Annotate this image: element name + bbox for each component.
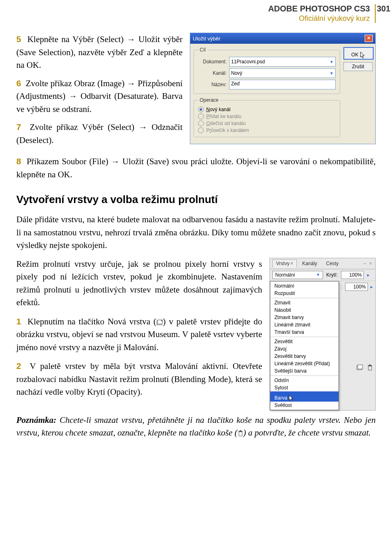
menu-item[interactable]: Lineárně ztmavit xyxy=(270,321,339,328)
cursor-icon xyxy=(360,51,366,59)
radio-subtract-from-channel[interactable]: Odečíst od kanálu xyxy=(198,121,336,126)
step-8: 8 Příkazem Soubor (File) → Uložit (Save)… xyxy=(16,155,376,181)
operation-fieldset: Operace Nový kanál Přidat ke kanálu Odeč… xyxy=(194,97,340,137)
channel-label: Kanál: xyxy=(198,70,227,76)
menu-item[interactable]: Sytost xyxy=(270,384,339,391)
trash-icon xyxy=(238,430,243,437)
step-2: 2 V paletě vrstev by měla být vrstva Mal… xyxy=(16,360,262,399)
note-paragraph: Poznámka: Chcete-li smazat vrstvu, přetá… xyxy=(16,414,376,440)
radio-add-to-channel[interactable]: Přidat ke kanálu xyxy=(198,114,336,119)
chevron-down-icon: ▼ xyxy=(316,273,320,277)
svg-rect-9 xyxy=(240,430,241,431)
step-7: 7 Zvolte příkaz Výběr (Select) → Odznači… xyxy=(16,121,183,147)
chevron-down-icon: ▼ xyxy=(330,60,334,64)
document-select[interactable]: 11Pracovni.psd▼ xyxy=(229,57,336,67)
close-icon[interactable]: × xyxy=(365,35,373,42)
tab-cesty[interactable]: Cesty xyxy=(323,259,343,268)
tab-kanaly[interactable]: Kanály xyxy=(298,259,321,268)
book-title: ADOBE PHOTOSHOP CS3 xyxy=(268,4,370,13)
book-subtitle: Oficiální výukový kurz xyxy=(16,14,370,23)
menu-item[interactable]: Ztmavit barvy xyxy=(270,314,339,321)
svg-rect-6 xyxy=(369,364,371,365)
menu-item[interactable]: Tmavší barva xyxy=(270,328,339,336)
radio-intersect-with-channel[interactable]: Průsečík s kanálem xyxy=(198,127,336,133)
menu-item[interactable]: Zesvětlit xyxy=(270,338,339,345)
layers-palette: Vrstvy× Kanály Cesty – × Normální▼ Krytí… xyxy=(270,258,376,411)
chevron-down-icon: ▼ xyxy=(330,71,334,76)
channel-select[interactable]: Nový▼ xyxy=(229,68,336,78)
dialog-title: Uložit výběr xyxy=(193,36,220,42)
svg-rect-4 xyxy=(368,366,372,370)
svg-rect-5 xyxy=(368,365,372,366)
target-fieldset: Cíl Dokument: 11Pracovni.psd▼ Kanál: Nov… xyxy=(194,47,340,94)
save-selection-dialog: Uložit výběr × Cíl Dokument: 11Pracovni.… xyxy=(190,33,376,144)
menu-item[interactable]: Ztmavit xyxy=(270,299,339,306)
menu-item[interactable]: Světlost xyxy=(270,402,339,409)
step-5: 5 Klepněte na Výběr (Select) → Uložit vý… xyxy=(16,33,183,72)
new-layer-icon xyxy=(156,319,163,325)
page-header: ADOBE PHOTOSHOP CS3 301 Oficiální výukov… xyxy=(16,4,376,23)
menu-item[interactable]: Normální xyxy=(270,282,339,290)
menu-item[interactable]: Lineárně zesvětlit (Přidat) xyxy=(270,360,339,367)
menu-item[interactable]: Zesvětlit barvy xyxy=(270,353,339,360)
palette-window-controls[interactable]: – × xyxy=(363,261,373,266)
menu-item[interactable]: Násobit xyxy=(270,306,339,314)
opacity-arrow-icon[interactable]: ▸ xyxy=(367,272,370,278)
menu-item[interactable]: Světlejší barva xyxy=(270,367,339,375)
name-label: Název: xyxy=(198,82,227,87)
menu-item[interactable]: Závoj xyxy=(270,345,339,353)
step-1: 1 Klepnutím na tlačítko Nová vrstva () v… xyxy=(16,315,262,354)
opacity-input[interactable]: 100% xyxy=(341,271,364,279)
cancel-button[interactable]: Zrušit xyxy=(343,62,373,71)
opacity-label: Krytí: xyxy=(326,272,338,278)
new-layer-icon[interactable] xyxy=(356,364,363,370)
ok-button[interactable]: OK xyxy=(343,47,374,60)
menu-item[interactable]: Odstín xyxy=(270,377,339,384)
section-heading: Vytvoření vrstvy a volba režimu prolnutí xyxy=(16,192,376,208)
opacity-input-2[interactable]: 100% xyxy=(345,283,368,291)
blend-mode-menu: Normální Rozpustit Ztmavit Násobit Ztmav… xyxy=(270,281,339,410)
radio-new-channel[interactable]: Nový kanál xyxy=(198,107,336,112)
cursor-icon xyxy=(289,395,294,402)
svg-rect-8 xyxy=(238,431,243,432)
opacity-arrow-icon[interactable]: ▸ xyxy=(370,284,373,290)
menu-item-highlighted[interactable]: Barva xyxy=(270,391,339,402)
document-label: Dokument: xyxy=(198,59,227,65)
section-intro: Dále přidáte vrstvu, na které budete mal… xyxy=(16,213,376,252)
svg-rect-7 xyxy=(239,432,242,436)
svg-rect-3 xyxy=(358,365,363,369)
blend-mode-paragraph: Režim prolnutí vrstvy určuje, jak se pro… xyxy=(16,258,262,309)
name-input[interactable]: Zeď xyxy=(229,80,336,89)
menu-item[interactable]: Rozpustit xyxy=(270,290,339,297)
blend-mode-dropdown[interactable]: Normální▼ xyxy=(272,271,323,279)
step-6: 6 Zvolte příkaz Obraz (Image) → Přizpůso… xyxy=(16,77,183,116)
page-number: 301 xyxy=(377,4,390,13)
tab-vrstvy[interactable]: Vrstvy× xyxy=(272,259,297,268)
trash-icon[interactable] xyxy=(367,364,373,371)
